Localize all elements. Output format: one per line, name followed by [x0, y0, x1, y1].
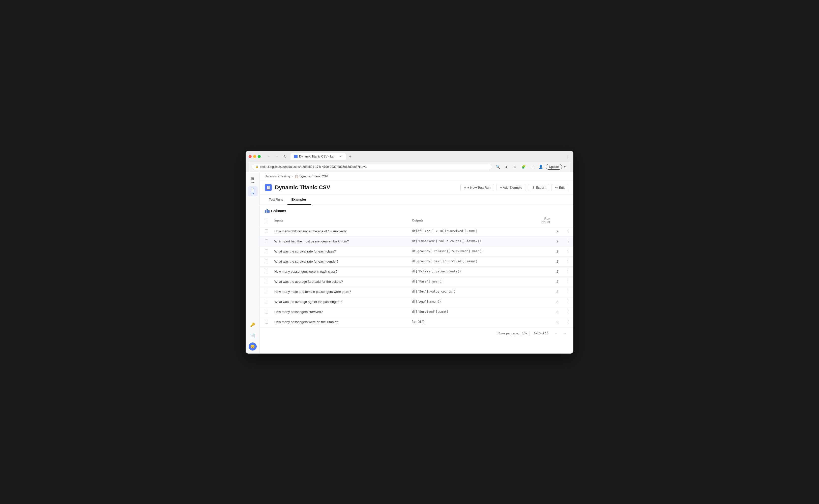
new-test-run-button[interactable]: + + New Test Run: [461, 184, 494, 191]
sidebar-badge-document: 19: [251, 192, 254, 195]
select-all-checkbox[interactable]: [265, 219, 268, 222]
next-page-button[interactable]: →: [561, 330, 568, 337]
row-more-button[interactable]: ⋮: [564, 228, 571, 235]
reader-mode-btn[interactable]: ⊡: [529, 163, 536, 170]
row-input: What was the average fare paid for the t…: [271, 276, 409, 287]
browser-window: ← → ↻ Dynamic Titanic CSV - LangSm... ✕ …: [245, 151, 574, 354]
row-checkbox[interactable]: [265, 310, 268, 313]
sidebar-item-document[interactable]: 📄 19: [248, 186, 258, 196]
forward-button[interactable]: →: [274, 153, 280, 160]
avatar[interactable]: 😊: [249, 342, 257, 351]
tabs-bar: Test Runs Examples: [260, 195, 574, 205]
tab-title: Dynamic Titanic CSV - LangSm...: [299, 155, 337, 158]
row-checkbox-cell: [260, 287, 271, 297]
export-button[interactable]: ⬇ Export: [528, 184, 549, 191]
rows-per-page-label: Rows per page:: [498, 332, 519, 335]
row-checkbox[interactable]: [265, 280, 268, 283]
edit-label: Edit: [559, 186, 565, 190]
browser-controls: ← → ↻ Dynamic Titanic CSV - LangSm... ✕ …: [249, 153, 570, 160]
back-button[interactable]: ←: [266, 153, 272, 160]
share-icon-btn[interactable]: ▲: [503, 163, 510, 170]
add-example-button[interactable]: + Add Example: [496, 184, 526, 191]
row-input: What was the survival rate for each gend…: [271, 256, 409, 266]
row-input: How many passengers were in each class?: [271, 266, 409, 276]
more-button[interactable]: ⋮: [564, 153, 570, 160]
row-run-count: 2: [537, 276, 562, 287]
table-row: What was the average age of the passenge…: [260, 297, 574, 307]
row-more-button[interactable]: ⋮: [564, 268, 571, 275]
tab-examples[interactable]: Examples: [287, 195, 311, 205]
update-button[interactable]: Update: [546, 164, 562, 170]
row-checkbox[interactable]: [265, 249, 268, 253]
table-row: What was the survival rate for each gend…: [260, 256, 574, 266]
breadcrumb-current-text: Dynamic Titanic CSV: [299, 175, 328, 178]
active-tab[interactable]: Dynamic Titanic CSV - LangSm... ✕: [290, 153, 346, 160]
columns-icon: [265, 209, 269, 213]
row-checkbox[interactable]: [265, 260, 268, 263]
table-row: What was the average fare paid for the t…: [260, 276, 574, 287]
tab-test-runs[interactable]: Test Runs: [265, 195, 287, 205]
row-checkbox[interactable]: [265, 229, 268, 233]
extensions-icon-btn[interactable]: 🧩: [520, 163, 527, 170]
sidebar-item-grid[interactable]: ⊞ 126: [248, 175, 258, 185]
address-bar[interactable]: 🔒 smith.langchain.com/datasets/e2d3e521-…: [252, 164, 492, 170]
row-actions-cell: ⋮: [562, 317, 574, 327]
row-more-button[interactable]: ⋮: [564, 318, 571, 325]
edit-button[interactable]: ✏ Edit: [551, 184, 568, 191]
breadcrumb-current: 📋 Dynamic Titanic CSV: [295, 175, 328, 178]
refresh-button[interactable]: ↻: [282, 153, 288, 160]
th-outputs: Outputs: [409, 215, 537, 226]
new-tab-button[interactable]: +: [347, 153, 353, 160]
bookmark-icon-btn[interactable]: ☆: [511, 163, 519, 170]
row-more-button[interactable]: ⋮: [564, 278, 571, 285]
file-icon-btn[interactable]: 📄: [248, 331, 257, 340]
rows-per-page-select[interactable]: 10 ▾: [520, 331, 530, 336]
th-run-count: Run Count: [537, 215, 562, 226]
row-actions-cell: ⋮: [562, 226, 574, 236]
row-more-button[interactable]: ⋮: [564, 288, 571, 295]
pagination-bar: Rows per page: 10 ▾ 1–10 of 10 ← →: [260, 327, 574, 339]
breadcrumb: Datasets & Testing > 📋 Dynamic Titanic C…: [260, 172, 574, 181]
row-actions-cell: ⋮: [562, 276, 574, 287]
maximize-button[interactable]: [258, 155, 261, 158]
row-more-button[interactable]: ⋮: [564, 308, 571, 315]
row-run-count: 2: [537, 297, 562, 307]
minimize-button[interactable]: [253, 155, 256, 158]
browser-chrome: ← → ↻ Dynamic Titanic CSV - LangSm... ✕ …: [245, 151, 574, 172]
dataset-icon: 📋: [265, 184, 272, 191]
url-text: smith.langchain.com/datasets/e2d3e521-17…: [260, 165, 366, 169]
profile-icon-btn[interactable]: 👤: [537, 163, 544, 170]
tab-close-button[interactable]: ✕: [339, 155, 342, 158]
row-output: df.groupby('Sex')['Survived'].mean(): [409, 256, 537, 266]
row-checkbox[interactable]: [265, 239, 268, 243]
row-checkbox[interactable]: [265, 300, 268, 303]
row-more-button[interactable]: ⋮: [564, 298, 571, 305]
row-more-button[interactable]: ⋮: [564, 258, 571, 265]
rows-per-page-chevron: ▾: [526, 332, 528, 335]
update-chevron[interactable]: ▾: [562, 163, 567, 170]
key-icon-btn[interactable]: 🔑: [248, 320, 257, 329]
new-test-run-icon: +: [464, 186, 466, 190]
edit-icon: ✏: [555, 186, 558, 190]
row-more-button[interactable]: ⋮: [564, 248, 571, 255]
row-checkbox[interactable]: [265, 270, 268, 273]
lock-icon: 🔒: [255, 165, 258, 168]
rows-per-page-value: 10: [522, 332, 526, 335]
breadcrumb-parent[interactable]: Datasets & Testing: [265, 175, 290, 178]
row-checkbox-cell: [260, 297, 271, 307]
row-checkbox-cell: [260, 276, 271, 287]
row-checkbox-cell: [260, 317, 271, 327]
close-button[interactable]: [249, 155, 252, 158]
prev-page-button[interactable]: ←: [552, 330, 559, 337]
search-icon-btn[interactable]: 🔍: [494, 163, 501, 170]
row-checkbox[interactable]: [265, 320, 268, 324]
row-actions-cell: ⋮: [562, 256, 574, 266]
th-actions: [562, 215, 574, 226]
row-checkbox[interactable]: [265, 290, 268, 293]
row-actions-cell: ⋮: [562, 307, 574, 317]
table-body: How many children under the age of 18 su…: [260, 226, 574, 327]
sidebar-bottom: 🔑 📄 😊: [248, 320, 257, 351]
row-input: What was the survival rate for each clas…: [271, 246, 409, 256]
row-more-button[interactable]: ⋮: [564, 238, 571, 245]
table-row: Which port had the most passengers embar…: [260, 236, 574, 246]
